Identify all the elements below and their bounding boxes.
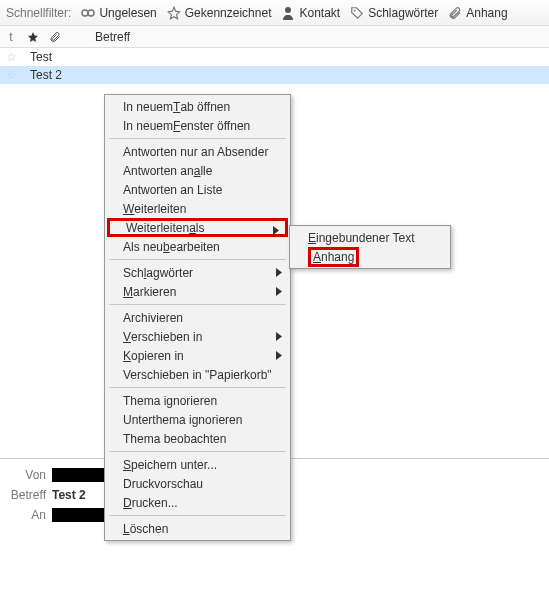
- menu-separator: [109, 451, 286, 452]
- menu-delete[interactable]: Löschen: [107, 519, 288, 538]
- paperclip-icon: [448, 6, 462, 20]
- menu-move-to[interactable]: Verschieben in: [107, 327, 288, 346]
- menu-mark[interactable]: Markieren: [107, 282, 288, 301]
- menu-separator: [109, 138, 286, 139]
- svg-point-3: [354, 9, 356, 11]
- filter-starred[interactable]: Gekennzeichnet: [167, 6, 272, 20]
- submenu-arrow-icon: [276, 332, 282, 341]
- submenu-inline-text[interactable]: Eingebundener Text: [292, 228, 448, 247]
- filter-unread[interactable]: Ungelesen: [81, 6, 156, 20]
- menu-open-window[interactable]: In neuem Fenster öffnen: [107, 116, 288, 135]
- to-label: An: [0, 508, 46, 522]
- menu-edit-as-new[interactable]: Als neu bearbeiten: [107, 237, 288, 256]
- submenu-arrow-icon: [276, 287, 282, 296]
- menu-copy-to[interactable]: Kopieren in: [107, 346, 288, 365]
- tag-icon: [350, 6, 364, 20]
- row-subject: Test: [22, 50, 549, 64]
- filter-attachment-label: Anhang: [466, 6, 507, 20]
- svg-point-2: [285, 7, 291, 13]
- filter-tags-label: Schlagwörter: [368, 6, 438, 20]
- unread-icon: [81, 6, 95, 20]
- menu-separator: [109, 259, 286, 260]
- menu-move-trash[interactable]: Verschieben in "Papierkorb": [107, 365, 288, 384]
- menu-separator: [109, 387, 286, 388]
- contact-icon: [281, 6, 295, 20]
- forward-as-submenu: Eingebundener Text Anhang: [289, 225, 451, 269]
- thread-toggle-button[interactable]: t: [3, 29, 19, 45]
- menu-save-as[interactable]: Speichern unter...: [107, 455, 288, 474]
- menu-open-tab[interactable]: In neuem Tab öffnen: [107, 97, 288, 116]
- row-subject: Test 2: [22, 68, 549, 82]
- column-header-subject[interactable]: Betreff: [95, 30, 545, 44]
- svg-point-1: [88, 10, 94, 16]
- from-label: Von: [0, 468, 46, 482]
- context-menu: In neuem Tab öffnen In neuem Fenster öff…: [104, 94, 291, 541]
- quickfilter-toolbar: Schnellfilter: Ungelesen Gekennzeichnet …: [0, 0, 549, 26]
- subject-value: Test 2: [52, 488, 86, 502]
- submenu-arrow-icon: [276, 351, 282, 360]
- submenu-arrow-icon: [276, 268, 282, 277]
- list-subtoolbar: t Betreff: [0, 26, 549, 48]
- subject-label: Betreff: [0, 488, 46, 502]
- submenu-attachment[interactable]: Anhang: [292, 247, 448, 266]
- table-row[interactable]: ☆ Test 2: [0, 66, 549, 84]
- menu-print[interactable]: Drucken...: [107, 493, 288, 512]
- menu-ignore-subthread[interactable]: Unterthema ignorieren: [107, 410, 288, 429]
- menu-forward-as[interactable]: Weiterleiten als: [107, 218, 288, 237]
- menu-separator: [109, 304, 286, 305]
- table-row[interactable]: ☆ Test: [0, 48, 549, 66]
- filter-contact[interactable]: Kontakt: [281, 6, 340, 20]
- quickfilter-label: Schnellfilter:: [6, 6, 71, 20]
- menu-reply-list[interactable]: Antworten an Liste: [107, 180, 288, 199]
- filter-tags[interactable]: Schlagwörter: [350, 6, 438, 20]
- svg-point-0: [82, 10, 88, 16]
- menu-watch-thread[interactable]: Thema beobachten: [107, 429, 288, 448]
- menu-ignore-thread[interactable]: Thema ignorieren: [107, 391, 288, 410]
- submenu-arrow-icon: [273, 226, 279, 235]
- menu-archive[interactable]: Archivieren: [107, 308, 288, 327]
- menu-reply-all[interactable]: Antworten an alle: [107, 161, 288, 180]
- star-icon: [167, 6, 181, 20]
- row-star-icon[interactable]: ☆: [0, 68, 22, 82]
- filter-contact-label: Kontakt: [299, 6, 340, 20]
- attachment-column-icon[interactable]: [47, 29, 63, 45]
- star-column-icon[interactable]: [25, 29, 41, 45]
- menu-reply-sender[interactable]: Antworten nur an Absender: [107, 142, 288, 161]
- menu-separator: [109, 515, 286, 516]
- menu-forward[interactable]: Weiterleiten: [107, 199, 288, 218]
- row-star-icon[interactable]: ☆: [0, 50, 22, 64]
- filter-unread-label: Ungelesen: [99, 6, 156, 20]
- menu-print-preview[interactable]: Druckvorschau: [107, 474, 288, 493]
- filter-starred-label: Gekennzeichnet: [185, 6, 272, 20]
- filter-attachment[interactable]: Anhang: [448, 6, 507, 20]
- menu-tags[interactable]: Schlagwörter: [107, 263, 288, 282]
